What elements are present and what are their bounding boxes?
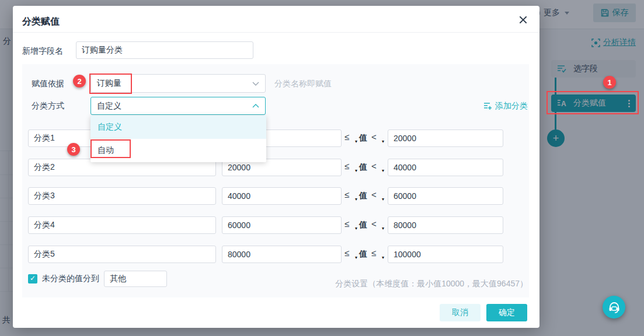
min-value-input[interactable] [222,187,342,205]
annotation-box-auto-option [90,139,131,158]
annotation-box-classify-step [546,91,639,114]
unclassified-row: 未分类的值分到 [28,271,167,287]
classification-panel: 赋值依据 订购量 分类名称即赋值 分类方式 自定义 [22,64,529,298]
max-value-input[interactable] [388,246,503,263]
customer-service-button[interactable] [603,296,625,318]
min-operator-select[interactable]: ≤▾ [344,219,358,229]
method-label: 分类方式 [32,101,64,111]
category-row-4: ≤▾ 值 <▾ [22,216,529,234]
category-row-3: ≤▾ 值 <▾ [22,187,529,205]
add-category-icon [483,102,492,110]
max-value-input[interactable] [388,216,503,234]
header-divider [13,32,539,33]
range-footnote: 分类设置（本维度值：最小值10000，最大值96457） [335,279,528,289]
basis-label: 赋值依据 [32,79,64,89]
category-name-input[interactable] [28,187,216,205]
add-category-button[interactable]: 添加分类 [483,101,528,111]
new-field-name-input[interactable] [76,41,253,59]
min-value-input[interactable] [222,246,342,263]
min-operator-select[interactable]: ≤▾ [344,132,358,142]
value-label: 值 [359,133,367,144]
method-select[interactable]: 自定义 [90,97,266,115]
chevron-up-icon [252,104,259,108]
max-operator-select[interactable]: <▾ [371,161,385,171]
unclassified-value-input[interactable] [104,271,167,287]
dropdown-option-custom[interactable]: 自定义 [90,116,266,139]
category-name-input[interactable] [28,246,216,263]
close-icon[interactable] [517,14,529,26]
value-label: 值 [359,191,367,201]
max-value-input[interactable] [388,159,503,176]
dialog-title: 分类赋值 [22,16,60,28]
min-operator-select[interactable]: ≤▾ [344,161,358,171]
screen: 更多 保存 分析详情 选字段 A 分类赋值 [0,0,644,336]
unclassified-label: 未分类的值分到 [42,274,99,284]
max-operator-select[interactable]: ≤▾ [371,248,385,258]
annotation-badge-1: 1 [603,76,616,89]
max-operator-select[interactable]: <▾ [371,219,385,229]
value-label: 值 [359,220,367,230]
max-operator-select[interactable]: <▾ [371,190,385,200]
classify-assign-dialog: 分类赋值 新增字段名 赋值依据 订购量 分类名称即赋值 分类方式 自定义 [13,6,539,328]
unclassified-checkbox[interactable] [28,274,37,284]
method-select-value: 自定义 [97,101,121,111]
category-name-input[interactable] [28,216,216,234]
new-field-name-label: 新增字段名 [22,46,63,57]
max-operator-select[interactable]: <▾ [371,132,385,142]
value-label: 值 [359,162,367,173]
min-operator-select[interactable]: ≤▾ [344,248,358,258]
max-value-input[interactable] [388,130,503,147]
add-category-label: 添加分类 [495,101,528,111]
cancel-button[interactable]: 取消 [440,304,481,321]
annotation-box-basis-value [89,74,132,94]
min-value-input[interactable] [222,216,342,234]
value-label: 值 [359,249,367,260]
max-value-input[interactable] [388,187,503,205]
category-row-5: ≤▾ 值 ≤▾ [22,246,529,263]
min-operator-select[interactable]: ≤▾ [344,190,358,200]
annotation-badge-2: 2 [73,75,86,88]
headset-icon [608,302,621,313]
basis-hint: 分类名称即赋值 [274,79,332,89]
annotation-badge-3: 3 [67,143,80,156]
confirm-button[interactable]: 确定 [486,304,527,321]
chevron-down-icon [252,82,259,86]
